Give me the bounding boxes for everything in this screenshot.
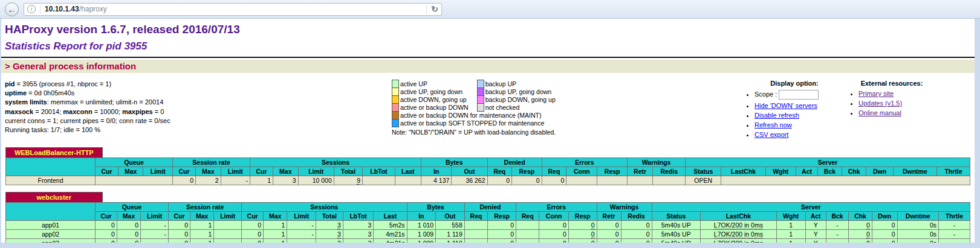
stat-cell: 0 xyxy=(117,221,140,230)
stat-cell: - xyxy=(141,221,169,230)
stat-cell: 0 xyxy=(487,176,512,185)
column-header-total: Total xyxy=(316,212,343,221)
stat-cell: 36 262 xyxy=(452,176,487,185)
stat-cell: 1 xyxy=(264,239,287,243)
site-info-icon[interactable]: i xyxy=(27,5,36,13)
column-header-retr: Retr xyxy=(627,167,652,176)
stat-cell xyxy=(627,176,652,185)
stat-cell: - xyxy=(826,221,849,230)
stat-cell: 0 xyxy=(539,239,568,243)
page-title: HAProxy version 1.6.7, released 2016/07/… xyxy=(5,23,975,36)
column-header-dwntme: Dwntme xyxy=(897,212,938,221)
legend-label: backup DOWN, going up xyxy=(484,96,564,104)
stat-cell: 3 xyxy=(343,239,374,243)
stat-cell: 0 xyxy=(512,176,542,185)
address-bar[interactable]: i 10.10.1.43/haproxy ↻ xyxy=(24,3,442,16)
legend-swatch xyxy=(477,96,484,104)
column-group-server: Server xyxy=(652,203,970,212)
column-group-denied: Denied xyxy=(487,158,542,167)
column-header-wght: Wght xyxy=(765,167,796,176)
stat-cell xyxy=(516,221,539,230)
scope-input[interactable] xyxy=(779,90,819,100)
stat-cell: - xyxy=(938,230,970,239)
stat-cell: 1 xyxy=(264,221,287,230)
external-resource-link-2[interactable]: Updates (v1.5) xyxy=(858,100,902,107)
proxy-name: webcluster xyxy=(6,192,103,203)
display-option-link-1[interactable]: Hide 'DOWN' servers xyxy=(754,102,817,109)
reload-button[interactable]: ↻ xyxy=(431,4,438,14)
stat-cell: 1 xyxy=(776,230,805,239)
stat-cell: 5m40s UP xyxy=(652,230,700,239)
column-header-req: Req xyxy=(487,167,512,176)
stat-cell: 0 xyxy=(621,230,652,239)
row-app03: app0300-0101-334m21s1 0091 119000005m40s… xyxy=(6,239,970,243)
stat-cell: - xyxy=(287,221,316,230)
column-header-cur: Cur xyxy=(242,212,264,221)
column-header-resp: Resp xyxy=(597,167,627,176)
row-frontend: Frontend02-1310 00094 13736 262000OPEN xyxy=(6,176,970,185)
column-header-thrtle: Thrtle xyxy=(938,212,970,221)
stat-cell: 0 xyxy=(872,230,897,239)
column-header-wght: Wght xyxy=(776,212,805,221)
stat-cell: 1 xyxy=(190,221,214,230)
column-header-redis: Redis xyxy=(653,167,686,176)
column-group-session-rate: Session rate xyxy=(169,203,242,212)
stat-cell: 4m21s xyxy=(374,230,407,239)
column-header-limit: Limit xyxy=(221,167,250,176)
stat-cell: 0 xyxy=(242,239,264,243)
stat-cell: 0 xyxy=(117,239,140,243)
url-text[interactable]: 10.10.1.43/haproxy xyxy=(45,5,107,13)
column-header-bck: Bck xyxy=(818,167,842,176)
external-resource-item: Updates (v1.5) xyxy=(858,100,937,107)
column-group-sessions: Sessions xyxy=(250,158,421,167)
stat-cell: 1 xyxy=(190,239,214,243)
proxy-name: WEBLoadBalancer-HTTP xyxy=(6,148,103,158)
stat-cell: 1 010 xyxy=(407,221,436,230)
external-resource-link-1[interactable]: Primary site xyxy=(858,90,894,97)
stat-cell: 0 xyxy=(542,176,566,185)
display-option-item: Hide 'DOWN' servers xyxy=(754,102,846,109)
stat-cell: 1 009 xyxy=(407,230,436,239)
stat-cell: 3 xyxy=(273,176,299,185)
legend-label: active DOWN, going up xyxy=(399,96,478,104)
column-header-max: Max xyxy=(117,212,140,221)
proxy-title-table: WEBLoadBalancer-HTTP xyxy=(5,147,970,157)
display-option-item: Refresh now xyxy=(754,121,846,129)
display-option-link-4[interactable]: CSV export xyxy=(754,131,788,138)
proxy-tables: WEBLoadBalancer-HTTPQueueSession rateSes… xyxy=(5,147,970,243)
column-group-warnings: Warnings xyxy=(597,203,652,212)
process-info: pid = 3955 (process #1, nbproc = 1)uptim… xyxy=(5,80,392,135)
stat-cell: 0 xyxy=(872,239,897,243)
stat-cell: L7OK/200 in 0ms xyxy=(700,239,776,243)
column-group-errors: Errors xyxy=(516,203,597,212)
stat-cell: 3 xyxy=(316,230,343,239)
display-option-link-2[interactable]: Disable refresh xyxy=(754,112,799,119)
column-header-cur: Cur xyxy=(250,167,273,176)
divider xyxy=(426,5,427,14)
stat-cell: - xyxy=(141,230,169,239)
legend-swatch xyxy=(392,119,399,127)
legend-swatch xyxy=(477,104,484,112)
display-option-link-3[interactable]: Refresh now xyxy=(754,121,792,129)
stat-cell: 1 xyxy=(190,230,214,239)
stat-cell: 0 xyxy=(568,230,597,239)
process-info-line: system limits: memmax = unlimited; ulimi… xyxy=(5,98,392,107)
external-resource-link-3[interactable]: Online manual xyxy=(858,109,901,116)
column-header-redis: Redis xyxy=(621,212,652,221)
column-header-last: Last xyxy=(374,212,407,221)
scope-label: Scope : xyxy=(754,91,777,98)
stat-cell xyxy=(516,239,539,243)
scope-item: Scope : xyxy=(754,90,846,100)
legend-label: active or backup DOWN for maintenance (M… xyxy=(399,112,564,119)
proxy-section-webloadbalancer-http: WEBLoadBalancer-HTTPQueueSession rateSes… xyxy=(5,147,970,185)
stat-cell: 0 xyxy=(488,221,516,230)
back-button[interactable]: ← xyxy=(5,2,19,16)
stat-cell: - xyxy=(938,221,970,230)
stat-cell: 1 xyxy=(776,239,805,243)
display-options: Display option: Scope : Hide 'DOWN' serv… xyxy=(742,80,846,141)
column-header-cur: Cur xyxy=(169,212,190,221)
stat-cell: 1 xyxy=(264,230,287,239)
column-header-req: Req xyxy=(542,167,566,176)
stat-cell: 0 xyxy=(242,230,264,239)
process-info-line: uptime = 0d 0h05m40s xyxy=(5,89,392,98)
